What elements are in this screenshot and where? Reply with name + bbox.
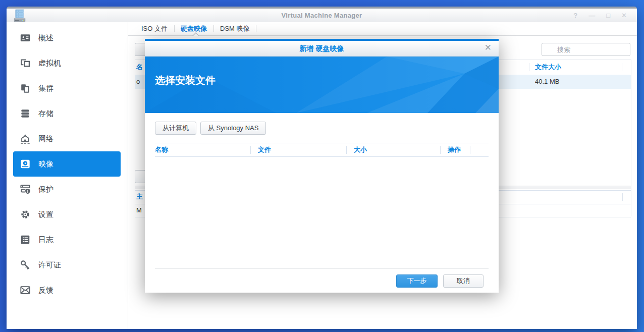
sidebar-item-settings[interactable]: 设置	[13, 202, 121, 227]
sidebar-item-image[interactable]: 映像	[13, 151, 121, 177]
bg-row-name-partial: o	[136, 75, 140, 89]
bg-column-divider	[529, 63, 529, 71]
sidebar-item-label: 存储	[38, 109, 53, 119]
sidebar-item-label: 日志	[38, 235, 53, 245]
add-disk-image-dialog: 新增 硬盘映像 ✕ 选择安装文件	[145, 39, 499, 293]
tab-label: DSM 映像	[220, 25, 250, 32]
image-tabs: ISO 文件 硬盘映像 DSM 映像	[128, 22, 637, 36]
bg-column-divider	[622, 63, 622, 71]
dialog-table-header: 名称 文件 大小 操作	[155, 143, 489, 157]
sidebar-item-feedback[interactable]: 反馈	[13, 278, 121, 303]
sidebar-item-label: 网络	[38, 134, 53, 144]
source-button-row: 从计算机 从 Synology NAS	[155, 122, 489, 135]
sidebar-item-label: 虚拟机	[38, 59, 61, 68]
bg-table-right-edge	[631, 60, 631, 216]
tab-label: 硬盘映像	[181, 25, 207, 32]
protection-icon	[20, 184, 31, 195]
sidebar-item-protection[interactable]: 保护	[13, 177, 121, 202]
help-button[interactable]: ?	[573, 12, 577, 19]
log-icon	[20, 234, 31, 245]
tab-iso-file[interactable]: ISO 文件	[135, 22, 174, 35]
tab-label: ISO 文件	[141, 25, 168, 32]
column-header-size[interactable]: 大小	[347, 143, 441, 156]
button-label: 从计算机	[163, 124, 189, 132]
cluster-icon	[20, 83, 31, 94]
overview-icon	[20, 32, 31, 43]
column-header-action[interactable]: 操作	[441, 143, 470, 156]
sidebar-item-storage[interactable]: 存储	[13, 101, 121, 126]
sidebar-item-label: 设置	[38, 210, 53, 219]
window-close-button[interactable]: ✕	[621, 12, 627, 19]
from-synology-nas-button[interactable]: 从 Synology NAS	[200, 122, 266, 135]
sidebar-item-license[interactable]: 许可证	[13, 252, 121, 278]
window-controls: ? — □ ✕	[573, 9, 627, 22]
column-filler	[470, 143, 489, 156]
column-header-file[interactable]: 文件	[251, 143, 347, 156]
maximize-button[interactable]: □	[606, 12, 610, 19]
sidebar-item-label: 反馈	[38, 286, 53, 295]
sidebar-item-log[interactable]: 日志	[13, 227, 121, 252]
dialog-close-icon[interactable]: ✕	[485, 42, 492, 53]
bg-name-column-header[interactable]: 名	[136, 60, 143, 75]
settings-gear-icon	[20, 209, 31, 220]
search-input[interactable]	[542, 43, 630, 56]
license-key-icon	[20, 259, 31, 270]
footer-divider	[155, 268, 489, 269]
next-button[interactable]: 下一步	[396, 274, 438, 288]
dialog-step-title: 选择安装文件	[155, 74, 216, 87]
bg-lower-header-partial[interactable]: 主	[136, 190, 143, 203]
bg-lower-cell-partial: M	[136, 204, 142, 217]
window-title: Virtual Machine Manager	[7, 9, 637, 22]
sidebar-item-overview[interactable]: 概述	[13, 25, 121, 50]
bg-column-divider	[622, 193, 623, 201]
sidebar-item-network[interactable]: 网络	[13, 126, 121, 151]
dialog-banner: 选择安装文件	[145, 57, 499, 113]
cancel-button[interactable]: 取消	[443, 274, 484, 288]
sidebar-item-label: 映像	[38, 159, 53, 169]
sidebar-item-label: 许可证	[38, 260, 61, 270]
active-tab-notch	[192, 32, 199, 36]
sidebar-item-cluster[interactable]: 集群	[13, 76, 121, 101]
button-label: 从 Synology NAS	[208, 124, 258, 132]
vmm-app-icon	[12, 9, 27, 24]
dialog-title: 新增 硬盘映像	[145, 41, 499, 56]
button-label: 取消	[457, 277, 470, 285]
feedback-mail-icon	[20, 285, 31, 296]
dialog-table-empty-body	[155, 157, 489, 268]
sidebar-item-label: 集群	[38, 84, 53, 93]
sidebar-item-virtual-machine[interactable]: 虚拟机	[13, 50, 121, 76]
dialog-footer: 下一步 取消	[145, 268, 499, 293]
network-icon	[20, 133, 31, 144]
dialog-body: 从计算机 从 Synology NAS 名称 文件 大小 操作	[145, 122, 499, 268]
bg-row-file-size: 40.1 MB	[535, 75, 559, 89]
tab-dsm-image[interactable]: DSM 映像	[213, 22, 256, 35]
sidebar-item-label: 保护	[38, 185, 53, 194]
sidebar: 概述 虚拟机 集群 存储 网络	[7, 22, 128, 329]
dialog-header: 新增 硬盘映像 ✕	[145, 41, 499, 57]
sidebar-item-label: 概述	[38, 33, 53, 43]
disk-image-icon	[20, 158, 31, 170]
bg-file-size-column-header[interactable]: 文件大小	[535, 60, 561, 75]
virtual-machine-icon	[20, 58, 31, 69]
from-computer-button[interactable]: 从计算机	[155, 122, 196, 135]
storage-icon	[20, 108, 31, 119]
titlebar: Virtual Machine Manager ? — □ ✕	[7, 9, 637, 22]
vmm-window: Virtual Machine Manager ? — □ ✕ 概述 虚拟机 集…	[7, 7, 637, 329]
minimize-button[interactable]: —	[588, 12, 595, 19]
column-header-name[interactable]: 名称	[155, 143, 251, 156]
